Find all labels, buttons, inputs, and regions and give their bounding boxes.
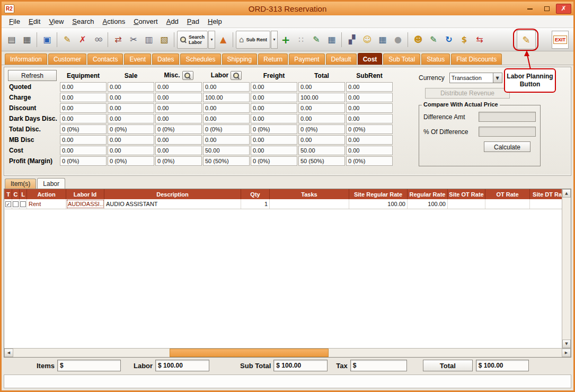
menu-item-edit[interactable]: Edit bbox=[24, 16, 45, 27]
scroll-right-button[interactable] bbox=[562, 349, 571, 357]
menu-item-file[interactable]: File bbox=[5, 16, 24, 27]
cut-button[interactable]: ✂ bbox=[126, 31, 141, 49]
cost-cell: 0.00 bbox=[155, 135, 202, 145]
tab-customer[interactable]: Customer bbox=[48, 54, 86, 65]
labor-planning-button[interactable]: ✎ bbox=[517, 30, 536, 49]
smiley-button[interactable]: ☺ bbox=[360, 31, 375, 49]
tab-information[interactable]: Information bbox=[5, 54, 47, 65]
menu-item-pad[interactable]: Pad bbox=[183, 16, 204, 27]
cost-col-labor-label: Labor bbox=[211, 72, 228, 79]
menu-item-help[interactable]: Help bbox=[204, 16, 226, 27]
find-button[interactable]: ⊙⊙ bbox=[91, 31, 105, 49]
currency-combo[interactable]: Transaction bbox=[449, 73, 502, 83]
sub-rent-button[interactable]: ⌂ Sub Rent bbox=[236, 31, 270, 49]
menu-item-view[interactable]: View bbox=[45, 16, 68, 27]
maximize-button[interactable] bbox=[539, 4, 554, 14]
qty-cell[interactable]: 1 bbox=[241, 199, 270, 209]
building-exchange-button[interactable]: ⇆ bbox=[472, 31, 487, 49]
search-magnifier-icon bbox=[233, 73, 240, 79]
tab-sub-total[interactable]: Sub Total bbox=[383, 54, 420, 65]
app-icon[interactable]: R2 bbox=[4, 4, 14, 13]
site-regular-rate-cell[interactable]: 100.00 bbox=[349, 199, 408, 209]
tab-labor[interactable]: Labor bbox=[37, 178, 65, 189]
user-money-button[interactable]: ☻ bbox=[411, 31, 426, 49]
tab-default[interactable]: Default bbox=[326, 54, 357, 65]
chevron-down-icon[interactable] bbox=[493, 73, 502, 83]
labor-planning-icon: ✎ bbox=[522, 34, 530, 46]
description-cell[interactable]: AUDIO ASSISTANT bbox=[104, 199, 241, 209]
compare-group: Compare With Actual Price Difference Amt… bbox=[419, 105, 541, 166]
copy-button[interactable]: ▥ bbox=[141, 31, 156, 49]
minimize-button[interactable] bbox=[522, 4, 537, 14]
menu-item-search[interactable]: Search bbox=[68, 16, 98, 27]
tab-items[interactable]: Item(s) bbox=[5, 179, 36, 189]
options-button[interactable]: ∷ bbox=[294, 31, 308, 49]
schedule-edit-button[interactable]: ▦ bbox=[324, 31, 339, 49]
cost-cell: 0.00 bbox=[155, 103, 202, 113]
site-ot-rate-cell[interactable] bbox=[448, 199, 485, 209]
c-checkbox[interactable] bbox=[13, 201, 19, 207]
add-button[interactable]: + bbox=[278, 31, 293, 49]
paste-button[interactable]: ▧ bbox=[157, 31, 172, 49]
labor-grid-row[interactable]: ✓ Rent AUDIOASSI... AUDIO ASSISTANT 1 10… bbox=[5, 199, 570, 209]
tab-event[interactable]: Event bbox=[124, 54, 151, 65]
horizontal-scroll-track[interactable] bbox=[13, 349, 562, 357]
currency-refresh-button[interactable]: ↻ bbox=[441, 31, 456, 49]
labor-label: Labor bbox=[134, 362, 153, 370]
tab-contacts[interactable]: Contacts bbox=[87, 54, 123, 65]
scroll-down-button[interactable] bbox=[562, 340, 571, 348]
misc-search-button[interactable] bbox=[182, 71, 193, 80]
delete-button[interactable]: ✗ bbox=[75, 31, 90, 49]
document-edit-button[interactable]: ✎ bbox=[426, 31, 441, 49]
t-checkbox[interactable]: ✓ bbox=[5, 201, 11, 207]
chart-button[interactable]: ▲ bbox=[216, 31, 231, 49]
menu-item-convert[interactable]: Convert bbox=[129, 16, 162, 27]
scroll-left-button[interactable] bbox=[4, 349, 13, 357]
menu-item-actions[interactable]: Actions bbox=[99, 16, 130, 27]
sphere-button[interactable]: ● bbox=[391, 31, 405, 49]
note-edit-button[interactable]: ✎ bbox=[309, 31, 324, 49]
sub-rent-dropdown-button[interactable] bbox=[271, 31, 278, 49]
save-button[interactable]: ▣ bbox=[40, 31, 55, 49]
money-button[interactable]: $ bbox=[457, 31, 472, 49]
refresh-button[interactable]: Refresh bbox=[8, 70, 57, 81]
edit-button[interactable]: ✎ bbox=[60, 31, 75, 49]
close-button[interactable] bbox=[556, 4, 571, 14]
regular-rate-cell[interactable]: 100.00 bbox=[408, 199, 448, 209]
tab-payment[interactable]: Payment bbox=[289, 54, 324, 65]
calculate-button[interactable]: Calculate bbox=[484, 141, 530, 152]
tab-cost[interactable]: Cost bbox=[358, 53, 383, 65]
window-title: ORD-313 Reservation bbox=[2, 4, 573, 13]
vertical-scroll-track[interactable] bbox=[562, 198, 571, 340]
t-checkbox-cell: ✓ bbox=[5, 199, 12, 209]
l-checkbox[interactable] bbox=[20, 201, 26, 207]
tab-shipping[interactable]: Shipping bbox=[222, 54, 258, 65]
exit-button[interactable]: EXIT bbox=[552, 31, 569, 49]
ot-rate-cell[interactable] bbox=[485, 199, 530, 209]
vertical-scrollbar[interactable] bbox=[562, 189, 571, 348]
labor-id-cell[interactable]: AUDIOASSI... bbox=[66, 199, 104, 209]
tab-flat-discounts[interactable]: Flat Discounts bbox=[451, 54, 502, 65]
org-chart-button[interactable]: ▞ bbox=[344, 31, 359, 49]
total-field: $ 100.00 bbox=[476, 360, 529, 371]
scroll-up-button[interactable] bbox=[562, 189, 571, 198]
horizontal-scrollbar[interactable] bbox=[4, 348, 571, 357]
tab-status[interactable]: Status bbox=[421, 54, 450, 65]
action-cell[interactable]: Rent bbox=[27, 199, 66, 209]
search-labor-button[interactable]: Search Labor bbox=[177, 31, 208, 49]
tab-schedules[interactable]: Schedules bbox=[180, 54, 220, 65]
calendar-button[interactable]: ▦ bbox=[375, 31, 390, 49]
tab-dates[interactable]: Dates bbox=[152, 54, 179, 65]
horizontal-scroll-thumb[interactable] bbox=[170, 349, 329, 357]
new-document-button[interactable]: ▤ bbox=[4, 31, 19, 49]
print-button[interactable]: ▦ bbox=[20, 31, 34, 49]
cost-row-charge: Charge0.000.000.00100.000.00100.000.00 bbox=[8, 93, 393, 102]
menu-item-add[interactable]: Add bbox=[162, 16, 183, 27]
convert-document-button[interactable]: ⇄ bbox=[111, 31, 126, 49]
edit-pencil-icon: ✎ bbox=[64, 34, 70, 44]
labor-search-button[interactable] bbox=[231, 71, 242, 80]
items-total-field: $ bbox=[57, 360, 121, 371]
tasks-cell[interactable] bbox=[270, 199, 349, 209]
search-labor-dropdown-button[interactable] bbox=[208, 31, 215, 49]
tab-return[interactable]: Return bbox=[258, 54, 288, 65]
